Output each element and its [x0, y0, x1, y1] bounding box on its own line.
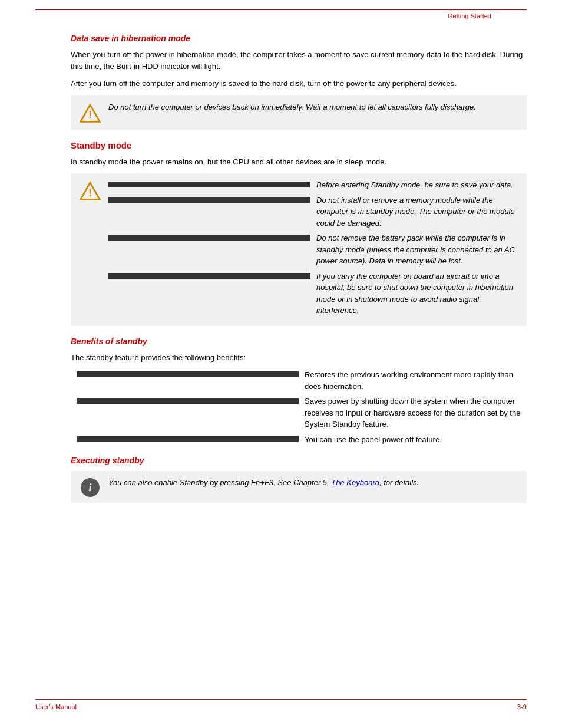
- section-standby-mode: Standby mode In standby mode the power r…: [71, 140, 527, 326]
- executing-note-suffix: , for details.: [379, 478, 419, 487]
- footer-right-label: 3-9: [517, 703, 527, 710]
- standby-bullet-4: If you carry the computer on board an ai…: [108, 271, 518, 317]
- svg-text:!: !: [88, 187, 92, 199]
- keyboard-link[interactable]: The Keyboard: [331, 478, 379, 487]
- standby-warning-triangle-icon: !: [80, 180, 101, 202]
- bullet-square-icon: [108, 182, 310, 187]
- bullet-square-icon: [77, 398, 299, 404]
- standby-mode-heading: Standby mode: [71, 140, 527, 150]
- benefits-bullet-2: Saves power by shutting down the system …: [77, 396, 527, 430]
- header-section-label: Getting Started: [35, 12, 527, 22]
- benefits-heading: Benefits of standby: [71, 337, 527, 346]
- standby-bullets: Before entering Standby mode, be sure to…: [108, 179, 518, 320]
- main-content: Data save in hibernation mode When you t…: [0, 22, 562, 525]
- section-data-save: Data save in hibernation mode When you t…: [71, 34, 527, 130]
- standby-bullet-2: Do not install or remove a memory module…: [108, 195, 518, 229]
- warning-triangle-icon: !: [80, 103, 101, 124]
- data-save-para2: After you turn off the computer and memo…: [71, 78, 527, 90]
- footer-rule: [35, 699, 527, 700]
- standby-bullet-1: Before entering Standby mode, be sure to…: [108, 179, 518, 191]
- standby-warning-icon-area: !: [79, 179, 101, 202]
- header-rule: [35, 9, 527, 10]
- info-icon-area: i: [79, 477, 101, 497]
- page: Getting Started Data save in hibernation…: [0, 0, 562, 728]
- standby-warning-box: ! Before entering Standby mode, be sure …: [71, 173, 527, 326]
- warning-note-text: Do not turn the computer or devices back…: [108, 101, 476, 113]
- executing-note-prefix: You can also enable Standby by pressing …: [108, 478, 331, 487]
- data-save-heading: Data save in hibernation mode: [71, 34, 527, 43]
- standby-bullet-3: Do not remove the battery pack while the…: [108, 232, 518, 267]
- warning-note-box: ! Do not turn the computer or devices ba…: [71, 95, 527, 130]
- benefits-bullet-1: Restores the previous working environmen…: [77, 369, 527, 392]
- executing-note-text: You can also enable Standby by pressing …: [108, 477, 419, 489]
- warning-icon-area: !: [79, 101, 101, 124]
- footer-left-label: User's Manual: [35, 703, 77, 710]
- benefits-bullet-3: You can use the panel power off feature.: [77, 434, 527, 446]
- info-circle-icon: i: [81, 478, 100, 497]
- bullet-square-icon: [77, 436, 299, 442]
- bullet-square-icon: [108, 273, 310, 279]
- executing-heading: Executing standby: [71, 456, 527, 465]
- section-executing: Executing standby i You can also enable …: [71, 456, 527, 503]
- bullet-square-icon: [108, 197, 310, 203]
- standby-mode-intro: In standby mode the power remains on, bu…: [71, 156, 527, 168]
- header-area: Getting Started: [0, 0, 562, 22]
- bullet-square-icon: [108, 235, 310, 241]
- bullet-square-icon: [77, 371, 299, 377]
- footer-content: User's Manual 3-9: [35, 703, 527, 710]
- executing-info-box: i You can also enable Standby by pressin…: [71, 471, 527, 503]
- footer: User's Manual 3-9: [0, 699, 562, 710]
- svg-text:!: !: [88, 109, 92, 121]
- section-benefits: Benefits of standby The standby feature …: [71, 337, 527, 446]
- benefits-intro: The standby feature provides the followi…: [71, 352, 527, 364]
- data-save-para1: When you turn off the power in hibernati…: [71, 49, 527, 72]
- benefits-bullets: Restores the previous working environmen…: [71, 369, 527, 445]
